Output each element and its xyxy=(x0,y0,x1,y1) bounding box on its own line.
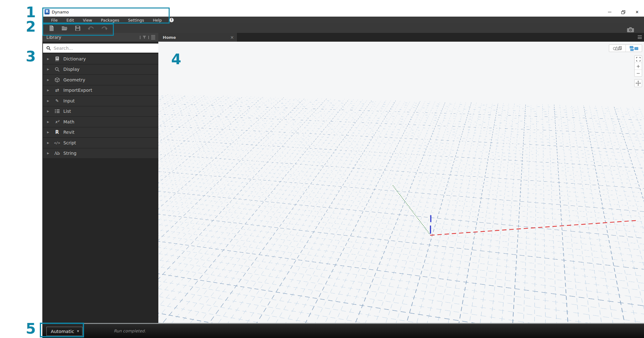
category-label: List xyxy=(63,109,71,114)
restore-icon xyxy=(621,10,625,14)
category-label: Revit xyxy=(63,130,74,135)
annotation-box-1 xyxy=(42,8,170,23)
tab-home[interactable]: Home × xyxy=(158,33,237,42)
fit-view-icon xyxy=(636,57,641,61)
category-label: ImportExport xyxy=(63,88,92,93)
cube-icon xyxy=(54,77,61,82)
workspace-canvas[interactable]: + − xyxy=(158,42,644,323)
zoom-in-button[interactable]: + xyxy=(635,63,642,70)
geometry-view-icon xyxy=(613,46,622,51)
tab-label: Home xyxy=(163,35,176,40)
restore-button[interactable] xyxy=(616,8,630,17)
expand-arrow-icon[interactable]: ▶ xyxy=(47,89,50,92)
library-category-geometry[interactable]: ▶ Geometry xyxy=(43,75,158,85)
category-label: Script xyxy=(63,140,76,145)
superscript-icon: x² xyxy=(54,119,61,124)
minimize-icon xyxy=(608,12,611,12)
library-category-importexport[interactable]: ▶ ⇄ ImportExport xyxy=(43,86,158,96)
expand-arrow-icon[interactable]: ▶ xyxy=(47,141,50,144)
library-category-input[interactable]: ▶ ✎ Input xyxy=(43,96,158,106)
expand-arrow-icon[interactable]: ▶ xyxy=(47,57,50,60)
annotation-number-1: 1 xyxy=(26,5,36,19)
category-label: Math xyxy=(63,119,74,124)
ground-grid xyxy=(158,42,644,323)
fit-view-button[interactable] xyxy=(635,56,642,63)
category-label: Display xyxy=(63,67,80,72)
search-input[interactable] xyxy=(54,46,158,51)
tabbar-menu-icon[interactable] xyxy=(638,35,642,39)
annotation-number-5: 5 xyxy=(26,321,36,336)
camera-button[interactable] xyxy=(626,26,635,33)
tab-bar: Home × xyxy=(158,33,644,42)
divider-icon xyxy=(148,36,149,39)
pan-button[interactable] xyxy=(634,79,642,87)
camera-icon xyxy=(627,27,634,32)
run-status-text: Run completed. xyxy=(114,329,146,333)
category-label: Dictionary xyxy=(63,56,86,61)
geometry-view-button[interactable] xyxy=(609,45,626,52)
expand-arrow-icon[interactable]: ▶ xyxy=(47,120,50,123)
category-label: Input xyxy=(63,98,75,103)
pan-icon xyxy=(636,81,641,86)
graph-view-icon xyxy=(630,46,638,51)
library-category-revit[interactable]: ▶ R Revit xyxy=(43,127,158,138)
list-icon xyxy=(54,109,61,113)
swap-arrows-icon: ⇄ xyxy=(54,87,61,93)
annotation-number-3: 3 xyxy=(26,49,36,64)
filter-icon[interactable] xyxy=(143,36,146,39)
grid-perspective xyxy=(158,42,644,323)
library-category-dictionary[interactable]: ▶ Dictionary xyxy=(43,54,158,64)
dynamo-window: R Dynamo ✕ File Edit View Packages Setti… xyxy=(42,8,644,338)
annotation-number-2: 2 xyxy=(26,19,36,34)
library-category-string[interactable]: ▶ Ab String xyxy=(43,148,158,159)
close-button[interactable]: ✕ xyxy=(630,8,644,17)
library-menu-icon[interactable] xyxy=(151,35,155,39)
book-icon xyxy=(54,56,61,61)
search-box[interactable] xyxy=(43,44,158,53)
search-icon xyxy=(46,46,51,50)
expand-arrow-icon[interactable]: ▶ xyxy=(47,78,50,81)
view-mode-toggle xyxy=(609,44,642,52)
code-icon: </> xyxy=(54,141,61,145)
category-label: Geometry xyxy=(63,77,85,82)
divider-icon xyxy=(140,36,140,39)
library-panel: ▶ Dictionary ▶ Display ▶ Geometr xyxy=(42,42,158,323)
annotation-box-2 xyxy=(42,23,114,36)
annotation-box-5 xyxy=(40,323,84,337)
magnifier-icon xyxy=(54,67,61,72)
status-bar: Automatic ▼ Run completed. xyxy=(42,323,644,338)
zoom-out-button[interactable]: − xyxy=(635,70,642,76)
text-icon: Ab xyxy=(54,151,61,156)
pencil-icon: ✎ xyxy=(54,98,61,103)
category-label: String xyxy=(63,151,77,156)
library-category-list[interactable]: ▶ List xyxy=(43,107,158,117)
library-category-display[interactable]: ▶ Display xyxy=(43,65,158,75)
annotation-number-4: 4 xyxy=(171,52,181,66)
notification-icon[interactable]: ! xyxy=(169,18,174,22)
zoom-controls: + − xyxy=(634,55,642,77)
library-category-script[interactable]: ▶ </> Script xyxy=(43,138,158,148)
library-category-math[interactable]: ▶ x² Math xyxy=(43,117,158,127)
expand-arrow-icon[interactable]: ▶ xyxy=(47,131,50,134)
tab-close-icon[interactable]: × xyxy=(230,35,234,40)
toolbar xyxy=(42,23,644,33)
expand-arrow-icon[interactable]: ▶ xyxy=(47,152,50,155)
revit-icon: R xyxy=(54,129,61,135)
graph-view-button[interactable] xyxy=(626,45,642,52)
expand-arrow-icon[interactable]: ▶ xyxy=(47,110,50,113)
expand-arrow-icon[interactable]: ▶ xyxy=(47,68,50,71)
minimize-button[interactable] xyxy=(603,8,616,17)
library-header-icons xyxy=(140,33,155,42)
expand-arrow-icon[interactable]: ▶ xyxy=(47,99,50,102)
